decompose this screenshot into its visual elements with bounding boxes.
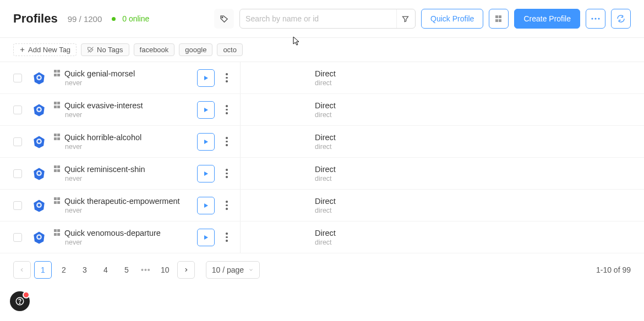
search-field[interactable] xyxy=(239,9,416,29)
column-divider xyxy=(240,62,241,93)
connection-sub: direct xyxy=(315,143,336,151)
svg-point-12 xyxy=(38,171,41,174)
profile-name[interactable]: Quick venomous-departure xyxy=(64,229,161,237)
connection-sub: direct xyxy=(315,79,336,87)
connection-cell: Direct direct xyxy=(315,229,336,246)
play-button[interactable] xyxy=(197,101,215,119)
row-menu-button[interactable] xyxy=(220,169,233,178)
row-menu-button[interactable] xyxy=(220,137,233,146)
create-profile-label: Create Profile xyxy=(523,14,571,23)
create-profile-button[interactable]: Create Profile xyxy=(514,9,580,29)
windows-icon xyxy=(54,165,61,173)
name-cell: Quick reminiscent-shin never xyxy=(54,165,197,182)
connection-cell: Direct direct xyxy=(315,69,336,87)
profiles-table: Quick genial-morsel never Direct direct … xyxy=(0,62,644,253)
profile-last-run: never xyxy=(65,143,197,151)
row-checkbox[interactable] xyxy=(13,169,22,178)
row-menu-button[interactable] xyxy=(220,201,233,210)
profile-last-run: never xyxy=(65,239,197,246)
profile-name[interactable]: Quick horrible-alcohol xyxy=(64,133,141,142)
page-button-last[interactable]: 10 xyxy=(156,261,174,279)
table-row: Quick therapeutic-empowerment never Dire… xyxy=(0,190,644,222)
connection-sub: direct xyxy=(315,111,336,119)
page-button[interactable]: 5 xyxy=(118,261,135,279)
connection-type: Direct xyxy=(315,133,336,142)
name-cell: Quick evasive-interest never xyxy=(54,101,197,119)
windows-icon xyxy=(54,229,61,236)
profile-name[interactable]: Quick evasive-interest xyxy=(64,101,143,110)
tag-filter[interactable]: octo xyxy=(217,43,243,56)
row-menu-button[interactable] xyxy=(220,105,233,114)
table-row: Quick horrible-alcohol never Direct dire… xyxy=(0,126,644,158)
row-menu-button[interactable] xyxy=(220,233,233,242)
next-page-button[interactable] xyxy=(177,261,195,279)
prev-page-button[interactable] xyxy=(13,261,31,279)
windows-icon xyxy=(54,102,61,109)
online-count: 0 online xyxy=(122,14,149,23)
page-title: Profiles xyxy=(13,12,58,26)
row-checkbox[interactable] xyxy=(13,137,22,146)
more-button[interactable] xyxy=(586,9,605,29)
pagination-ellipsis: ••• xyxy=(139,265,153,274)
tag-filter[interactable]: google xyxy=(179,43,212,56)
column-divider xyxy=(240,222,241,253)
connection-type: Direct xyxy=(315,101,336,110)
tag-icon-button[interactable] xyxy=(214,9,234,29)
table-row: Quick genial-morsel never Direct direct xyxy=(0,62,644,94)
header-bar: Profiles 99 / 1200 0 online Quick Profil… xyxy=(0,0,644,38)
connection-type: Direct xyxy=(315,197,336,206)
profile-avatar-icon xyxy=(32,198,46,213)
profile-avatar-icon xyxy=(32,135,46,149)
connection-sub: direct xyxy=(315,207,336,214)
svg-point-16 xyxy=(38,235,41,238)
profile-avatar-icon xyxy=(32,167,46,181)
profile-name[interactable]: Quick genial-morsel xyxy=(64,69,135,78)
play-button[interactable] xyxy=(197,133,215,151)
row-checkbox[interactable] xyxy=(13,106,22,114)
page-button[interactable]: 4 xyxy=(97,261,114,279)
row-checkbox[interactable] xyxy=(13,201,22,210)
connection-cell: Direct direct xyxy=(315,133,336,151)
connection-cell: Direct direct xyxy=(315,165,336,182)
svg-point-0 xyxy=(222,16,223,18)
name-cell: Quick horrible-alcohol never xyxy=(54,133,197,151)
profile-last-run: never xyxy=(65,175,197,182)
tag-filter[interactable]: facebook xyxy=(134,43,175,56)
page-button[interactable]: 2 xyxy=(55,261,73,279)
row-menu-button[interactable] xyxy=(220,73,233,82)
play-button[interactable] xyxy=(197,165,215,182)
row-checkbox[interactable] xyxy=(13,74,22,82)
tags-row: Add New Tag No Tags facebook google octo xyxy=(0,38,644,62)
add-new-tag-label: Add New Tag xyxy=(28,46,70,54)
no-tags-filter[interactable]: No Tags xyxy=(81,43,129,56)
connection-type: Direct xyxy=(315,165,336,174)
page-button[interactable]: 1 xyxy=(34,261,52,279)
windows-icon xyxy=(54,134,61,141)
column-divider xyxy=(240,190,241,221)
windows-icon xyxy=(495,15,503,23)
profile-count: 99 / 1200 xyxy=(68,14,102,24)
page-button[interactable]: 3 xyxy=(76,261,94,279)
profile-name[interactable]: Quick therapeutic-empowerment xyxy=(64,197,180,206)
play-button[interactable] xyxy=(197,229,215,246)
connection-sub: direct xyxy=(315,239,336,246)
play-button[interactable] xyxy=(197,197,215,214)
svg-point-3 xyxy=(598,18,599,19)
column-divider xyxy=(240,158,241,189)
play-button[interactable] xyxy=(197,69,215,87)
quick-profile-button[interactable]: Quick Profile xyxy=(421,9,483,29)
page-size-select[interactable]: 10 / page xyxy=(206,261,260,279)
windows-icon xyxy=(54,197,61,204)
profile-name[interactable]: Quick reminiscent-shin xyxy=(64,165,145,174)
filter-icon[interactable] xyxy=(396,9,410,28)
help-fab-button[interactable] xyxy=(10,291,30,311)
profile-last-run: never xyxy=(65,79,197,87)
table-row: Quick reminiscent-shin never Direct dire… xyxy=(0,158,644,190)
windows-profile-button[interactable] xyxy=(489,9,509,29)
refresh-button[interactable] xyxy=(611,9,631,29)
add-new-tag-button[interactable]: Add New Tag xyxy=(13,43,77,56)
pagination: 12345 ••• 10 10 / page 1-10 of 99 xyxy=(0,253,644,286)
no-tags-label: No Tags xyxy=(97,46,123,54)
row-checkbox[interactable] xyxy=(13,233,22,242)
search-input[interactable] xyxy=(245,14,396,23)
